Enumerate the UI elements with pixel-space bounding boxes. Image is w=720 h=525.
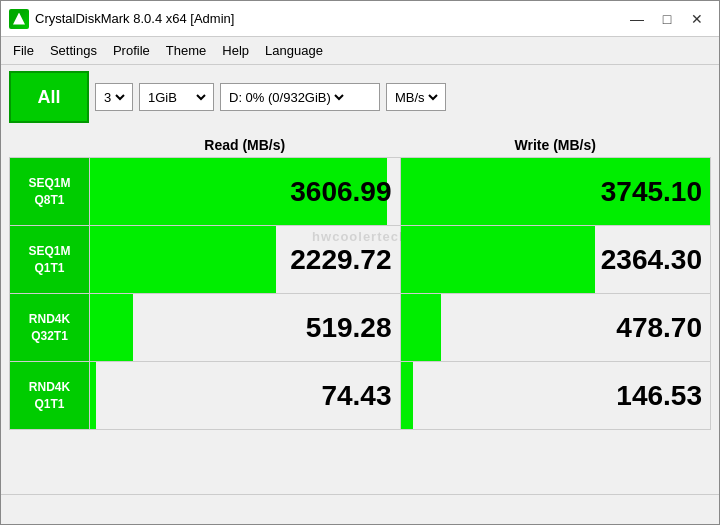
row-label-2: RND4KQ32T1 xyxy=(10,294,90,362)
app-icon xyxy=(9,9,29,29)
drive-select[interactable]: D: 0% (0/932GiB) xyxy=(225,89,347,106)
read-text-2: 519.28 xyxy=(90,294,400,361)
menu-bar: FileSettingsProfileThemeHelpLanguage xyxy=(1,37,719,65)
title-bar-controls: — □ ✕ xyxy=(623,8,711,30)
close-button[interactable]: ✕ xyxy=(683,8,711,30)
all-button[interactable]: All xyxy=(9,71,89,123)
benchmark-table: Read (MB/s) Write (MB/s) SEQ1MQ8T13606.9… xyxy=(9,129,711,430)
drive-select-wrapper[interactable]: D: 0% (0/932GiB) xyxy=(220,83,380,111)
main-content: hwcoolertech Read (MB/s) Write (MB/s) SE… xyxy=(1,129,719,494)
status-bar xyxy=(1,494,719,524)
main-window: CrystalDiskMark 8.0.4 x64 [Admin] — □ ✕ … xyxy=(0,0,720,525)
read-text-3: 74.43 xyxy=(90,362,400,429)
write-text-2: 478.70 xyxy=(401,294,711,361)
menu-item-help[interactable]: Help xyxy=(214,40,257,61)
read-value-2: 519.28 xyxy=(90,294,401,362)
write-value-1: 2364.30 xyxy=(400,226,711,294)
col-header-label xyxy=(10,129,90,158)
menu-item-file[interactable]: File xyxy=(5,40,42,61)
table-row: SEQ1MQ1T12229.722364.30 xyxy=(10,226,711,294)
write-text-3: 146.53 xyxy=(401,362,711,429)
row-label-3: RND4KQ1T1 xyxy=(10,362,90,430)
toolbar: All 3 1 5 1GiB 512MiB 2GiB D: 0% (0/932G… xyxy=(1,65,719,129)
col-header-read: Read (MB/s) xyxy=(90,129,401,158)
title-bar-left: CrystalDiskMark 8.0.4 x64 [Admin] xyxy=(9,9,234,29)
maximize-button[interactable]: □ xyxy=(653,8,681,30)
write-text-1: 2364.30 xyxy=(401,226,711,293)
title-bar: CrystalDiskMark 8.0.4 x64 [Admin] — □ ✕ xyxy=(1,1,719,37)
size-select-wrapper[interactable]: 1GiB 512MiB 2GiB xyxy=(139,83,214,111)
minimize-button[interactable]: — xyxy=(623,8,651,30)
row-label-0: SEQ1MQ8T1 xyxy=(10,158,90,226)
write-value-2: 478.70 xyxy=(400,294,711,362)
read-value-1: 2229.72 xyxy=(90,226,401,294)
table-row: SEQ1MQ8T13606.993745.10 xyxy=(10,158,711,226)
table-row: RND4KQ32T1519.28478.70 xyxy=(10,294,711,362)
menu-item-theme[interactable]: Theme xyxy=(158,40,214,61)
window-title: CrystalDiskMark 8.0.4 x64 [Admin] xyxy=(35,11,234,26)
col-header-write: Write (MB/s) xyxy=(400,129,711,158)
menu-item-settings[interactable]: Settings xyxy=(42,40,105,61)
size-select[interactable]: 1GiB 512MiB 2GiB xyxy=(144,89,209,106)
table-header-row: Read (MB/s) Write (MB/s) xyxy=(10,129,711,158)
unit-select-wrapper[interactable]: MB/s GB/s xyxy=(386,83,446,111)
table-row: RND4KQ1T174.43146.53 xyxy=(10,362,711,430)
count-select[interactable]: 3 1 5 xyxy=(100,89,128,106)
write-text-0: 3745.10 xyxy=(401,158,711,225)
row-label-1: SEQ1MQ1T1 xyxy=(10,226,90,294)
menu-item-language[interactable]: Language xyxy=(257,40,331,61)
count-select-wrapper[interactable]: 3 1 5 xyxy=(95,83,133,111)
write-value-3: 146.53 xyxy=(400,362,711,430)
read-text-1: 2229.72 xyxy=(90,226,400,293)
menu-item-profile[interactable]: Profile xyxy=(105,40,158,61)
app-icon-graphic xyxy=(13,13,25,25)
write-value-0: 3745.10 xyxy=(400,158,711,226)
unit-select[interactable]: MB/s GB/s xyxy=(391,89,441,106)
read-value-3: 74.43 xyxy=(90,362,401,430)
read-text-0: 3606.99 xyxy=(90,158,400,225)
read-value-0: 3606.99 xyxy=(90,158,401,226)
